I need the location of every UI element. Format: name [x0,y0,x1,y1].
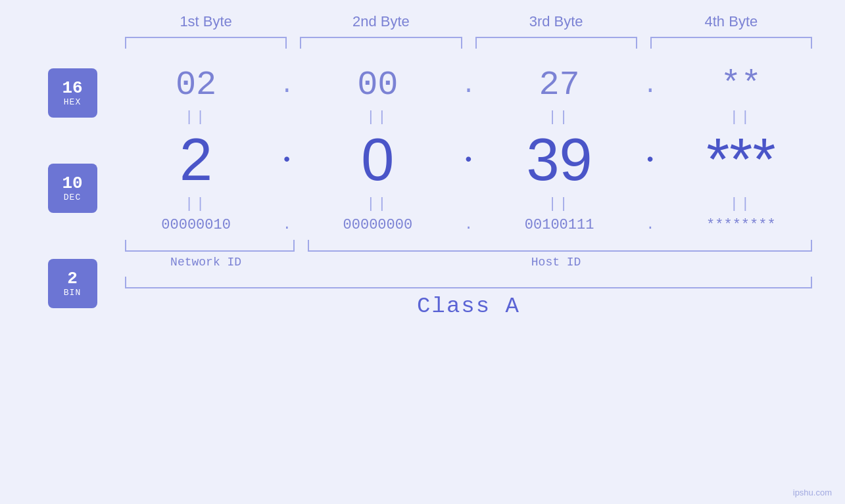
bin-b1-value: 00000010 [161,218,231,233]
host-bracket [308,240,812,252]
hex-cell-3: 27 [482,68,637,103]
equals-2-3: || [482,196,637,212]
network-id-label: Network ID [118,256,293,269]
host-id-label: Host ID [293,256,819,269]
equals-row-1: || || || || [118,104,819,130]
dec-cell-3: 39 [482,130,637,189]
class-bracket [125,277,812,288]
class-bracket-container [118,277,819,288]
dec-dot-3: • [637,150,664,170]
byte4-header: 4th Byte [644,13,819,30]
equals-1-3: || [482,109,637,126]
equals-2-2: || [300,196,455,212]
bracket-byte2 [300,37,462,49]
equals-1-4: || [664,109,819,126]
dec-dot-1: • [274,150,300,170]
watermark: ipshu.com [793,488,832,497]
hex-row: 02 . 00 . 27 . ** [118,68,819,103]
hex-dot-1: . [274,72,300,99]
class-label-row: Class A [118,294,819,319]
dec-badge-number: 10 [62,174,82,193]
hex-b4-value: ** [721,68,761,103]
dec-badge-label: DEC [64,193,81,202]
bin-b3-value: 00100111 [525,218,594,233]
bin-b2-value: 00000000 [343,218,413,233]
bin-cell-2: 00000000 [300,218,455,233]
main-container: 1st Byte 2nd Byte 3rd Byte 4th Byte 16 H… [0,0,845,504]
hex-badge-label: HEX [64,97,81,107]
values-grid: 02 . 00 . 27 . ** [118,62,819,319]
network-bracket [125,240,295,252]
equals-1-2: || [300,109,455,126]
hex-dot-3: . [637,72,664,99]
bin-dot-2: . [456,217,482,233]
byte1-header: 1st Byte [118,13,293,30]
dec-cell-2: 0 [300,130,455,189]
hex-badge: 16 HEX [48,68,97,118]
dec-b1-value: 2 [180,130,212,189]
hex-cell-4: ** [664,68,819,103]
hex-cell-2: 00 [300,68,455,103]
bin-row: 00000010 . 00000000 . 00100111 . [118,217,819,233]
bin-dot-1: . [274,217,300,233]
dec-b2-value: 0 [361,130,394,189]
bottom-bracket-row [118,240,819,252]
badge-column: 16 HEX 10 DEC 2 BIN [26,62,118,308]
bin-badge-label: BIN [64,288,81,298]
bin-badge-number: 2 [67,269,78,288]
class-a-label: Class A [417,294,520,319]
bin-b4-value: ******** [706,218,776,233]
bin-cell-1: 00000010 [118,218,274,233]
bin-dot-3: . [637,217,664,233]
bin-cell-3: 00100111 [482,218,637,233]
byte3-header: 3rd Byte [469,13,644,30]
dec-b3-value: 39 [527,130,592,189]
dec-b4-value: *** [706,130,775,189]
bracket-byte3 [475,37,637,49]
hex-cell-1: 02 [118,68,274,103]
top-bracket-row [26,37,819,49]
hex-badge-number: 16 [62,79,82,98]
hex-b3-value: 27 [539,68,579,103]
hex-dot-2: . [456,72,482,99]
equals-2-4: || [664,196,819,212]
byte2-header: 2nd Byte [293,13,468,30]
main-content-area: 16 HEX 10 DEC 2 BIN 02 . [26,62,819,497]
dec-badge: 10 DEC [48,164,97,213]
hex-b2-value: 00 [357,68,398,103]
dec-dot-2: • [456,150,482,170]
dec-cell-1: 2 [118,130,274,189]
equals-1-1: || [118,109,274,126]
bottom-labels-row: Network ID Host ID [118,256,819,269]
dec-row: 2 • 0 • 39 • *** [118,130,819,189]
byte-headers-row: 1st Byte 2nd Byte 3rd Byte 4th Byte [26,13,819,30]
dec-cell-4: *** [664,130,819,189]
equals-2-1: || [118,196,274,212]
bracket-byte4 [650,37,812,49]
hex-b1-value: 02 [176,68,216,103]
bracket-byte1 [125,37,287,49]
bin-badge: 2 BIN [48,259,97,308]
equals-row-2: || || || || [118,191,819,217]
bin-cell-4: ******** [664,218,819,233]
